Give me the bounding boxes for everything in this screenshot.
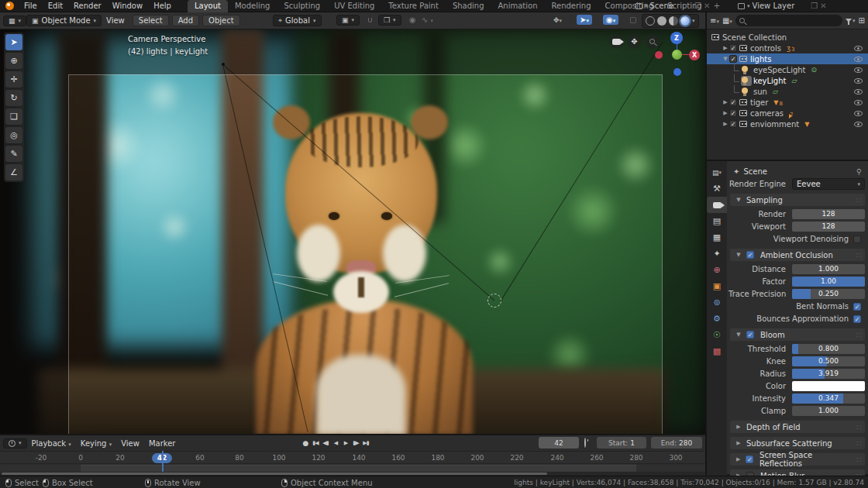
- section-sampling[interactable]: ▼Sampling∷: [730, 194, 865, 206]
- hide-eye-icon[interactable]: [854, 78, 863, 84]
- jump-to-end-button[interactable]: ▶▮: [360, 438, 370, 448]
- new-view-layer-icon[interactable]: ❐: [811, 2, 818, 10]
- falloff-dropdown[interactable]: ∿ ▾: [422, 15, 433, 24]
- outliner-row-keylight[interactable]: keyLight▱: [707, 75, 868, 86]
- pan-view-button[interactable]: ✥: [627, 34, 642, 49]
- world-tab[interactable]: ⊕: [707, 262, 727, 278]
- xray-toggle[interactable]: ▢: [629, 15, 636, 24]
- close-icon[interactable]: ✕: [704, 2, 710, 10]
- bloom-color-swatch[interactable]: [792, 381, 865, 391]
- hide-eye-icon[interactable]: [854, 100, 863, 105]
- section-checkbox[interactable]: ✓: [746, 331, 754, 339]
- outliner-row-controls[interactable]: ▶✓controlsʒ3: [707, 43, 868, 53]
- cursor-tool[interactable]: ⊕: [5, 53, 22, 69]
- output-tab[interactable]: ▤: [707, 213, 727, 229]
- tab-animation[interactable]: Animation: [491, 0, 545, 12]
- rotate-tool[interactable]: ↻: [5, 90, 22, 106]
- render-slider[interactable]: 128: [792, 209, 865, 219]
- section-checkbox[interactable]: ✓: [746, 251, 754, 259]
- viewport-denoising-checkbox[interactable]: ✓: [853, 235, 861, 243]
- timeline-tracks[interactable]: [0, 465, 705, 472]
- select-box-tool[interactable]: ➤: [5, 34, 22, 50]
- outliner-row-lights[interactable]: ▼✓lights: [707, 53, 868, 64]
- camera-frame[interactable]: [68, 74, 663, 434]
- menu-render[interactable]: Render: [68, 0, 107, 12]
- new-collection-button[interactable]: ⊞: [859, 16, 865, 25]
- clamp-slider[interactable]: 1.000: [792, 406, 865, 416]
- collection-checkbox[interactable]: ✓: [729, 44, 737, 52]
- menu-window[interactable]: Window: [107, 0, 148, 12]
- playhead[interactable]: [162, 451, 164, 472]
- collection-checkbox[interactable]: ✓: [729, 98, 737, 106]
- collection-checkbox[interactable]: ✓: [729, 109, 737, 117]
- y-axis-handle[interactable]: [672, 50, 682, 60]
- section-motion-blur[interactable]: ▶✓Motion Blur∷: [730, 469, 865, 476]
- hide-eye-icon[interactable]: [854, 111, 863, 116]
- overlays-toggle[interactable]: ◉▾: [603, 15, 618, 25]
- scene-selector[interactable]: ▾ Scene ❐ ✕: [636, 2, 710, 10]
- menu-file[interactable]: File: [19, 0, 43, 12]
- z-neg-handle[interactable]: [673, 68, 681, 76]
- tool-tab[interactable]: ⚒: [707, 180, 727, 197]
- orientation-dropdown[interactable]: ⌖Global▾: [273, 15, 322, 26]
- outliner-row-scene-collection[interactable]: Scene Collection: [707, 32, 868, 43]
- constraints-tab[interactable]: ⚙: [707, 311, 727, 327]
- z-axis-handle[interactable]: Z: [670, 32, 683, 44]
- outliner-search-input[interactable]: [735, 15, 842, 26]
- viewport-slider[interactable]: 128: [792, 222, 865, 232]
- move-tool[interactable]: ✛: [5, 71, 22, 88]
- expand-arrow[interactable]: ▶: [722, 45, 729, 51]
- annotate-tool[interactable]: ✎: [5, 146, 22, 162]
- tab-modeling[interactable]: Modeling: [228, 0, 277, 12]
- bounces-approximation-checkbox[interactable]: ✓: [853, 315, 861, 323]
- section-bloom[interactable]: ▼✓Bloom∷: [730, 328, 865, 341]
- timeline-menu-keying[interactable]: Keying ▾: [76, 438, 116, 448]
- select-menu[interactable]: Select: [133, 15, 169, 26]
- tab-texture-paint[interactable]: Texture Paint: [381, 0, 446, 12]
- trace-precision-slider[interactable]: 0.250: [792, 289, 865, 299]
- use-preview-range-icon[interactable]: [584, 438, 586, 447]
- jump-to-start-button[interactable]: ▮◀: [310, 438, 320, 448]
- add-menu[interactable]: Add: [172, 15, 199, 26]
- expand-arrow[interactable]: ▶: [722, 99, 729, 105]
- expand-arrow[interactable]: ▶: [722, 110, 729, 116]
- measure-tool[interactable]: ∠: [5, 164, 22, 180]
- x-axis-handle[interactable]: X: [689, 50, 700, 60]
- snap-settings-dropdown[interactable]: ❒▾: [378, 15, 401, 26]
- wireframe-shading-icon[interactable]: [646, 16, 655, 26]
- x-neg-handle[interactable]: [655, 51, 663, 59]
- render-engine-dropdown[interactable]: Eevee▾: [792, 178, 865, 190]
- texture-tab[interactable]: ▩: [707, 343, 727, 359]
- outliner-editor-dropdown[interactable]: ≡▾: [710, 16, 719, 25]
- data-tab[interactable]: ☉: [707, 327, 727, 343]
- scene-tab[interactable]: ✦: [707, 246, 727, 262]
- view-layer-tab[interactable]: ▦: [707, 229, 727, 246]
- timeline-ruler[interactable]: -200206080100120140160180200220240260280…: [0, 451, 705, 464]
- threshold-slider[interactable]: 0.800: [792, 344, 865, 354]
- menu-help[interactable]: Help: [148, 0, 177, 12]
- mode-dropdown[interactable]: ▣Object Mode▾: [26, 15, 102, 26]
- view-menu[interactable]: View: [102, 15, 129, 26]
- frame-start-field[interactable]: Start:1: [597, 437, 646, 448]
- hide-eye-icon[interactable]: [854, 122, 863, 127]
- section-screen-space-reflections[interactable]: ▶✓Screen Space Reflections∷: [730, 453, 865, 466]
- proportional-edit-icon[interactable]: ◉: [409, 15, 416, 24]
- timeline-menu-marker[interactable]: Marker: [144, 438, 181, 448]
- transform-tool[interactable]: ◎: [5, 127, 22, 143]
- pivot-dropdown[interactable]: ▣▾: [336, 15, 360, 26]
- tab-layout[interactable]: Layout: [188, 0, 228, 12]
- timeline-menu-playback[interactable]: Playback ▾: [27, 438, 76, 448]
- knee-slider[interactable]: 0.500: [792, 356, 865, 366]
- current-frame-field[interactable]: 42: [539, 437, 579, 448]
- gizmo-toggle[interactable]: ➤▾: [577, 15, 592, 25]
- close-icon[interactable]: ✕: [820, 2, 826, 10]
- radius-slider[interactable]: 3.919: [792, 369, 865, 379]
- snap-magnet-icon[interactable]: ∪: [367, 15, 373, 24]
- next-keyframe-button[interactable]: ▮▶: [350, 438, 360, 448]
- outliner-row-cameras[interactable]: ▶✓cameras2: [707, 108, 868, 119]
- play-button[interactable]: ▶: [340, 438, 350, 448]
- tab-rendering[interactable]: Rendering: [544, 0, 598, 12]
- bent-normals-checkbox[interactable]: ✓: [853, 303, 861, 311]
- blender-logo-icon[interactable]: [5, 2, 14, 10]
- scale-tool[interactable]: ❏: [5, 108, 22, 125]
